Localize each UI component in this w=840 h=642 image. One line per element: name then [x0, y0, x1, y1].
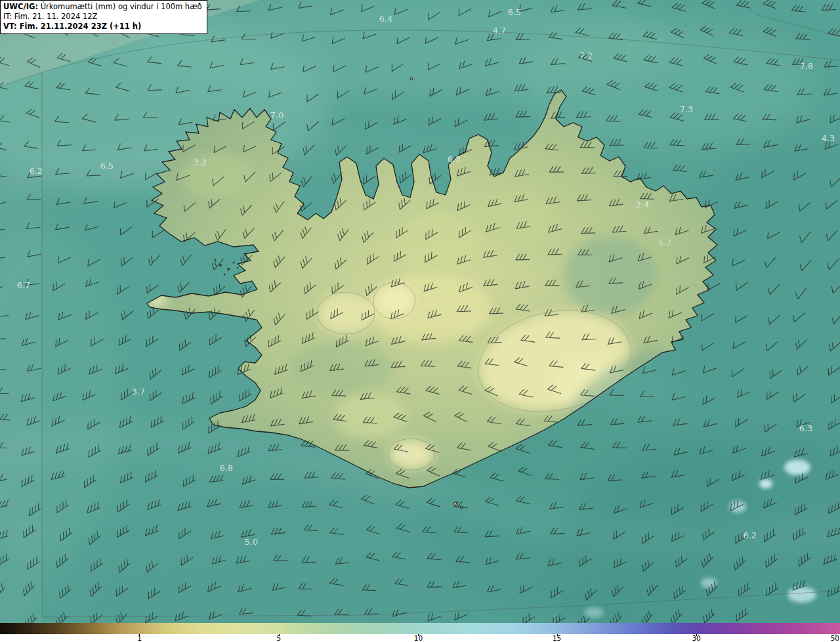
map-value-label: 5.7: [658, 238, 672, 247]
map-value-label: 3.7: [132, 387, 146, 396]
map-value-label: 4.7: [493, 26, 507, 35]
map-value-label: 5.0: [245, 537, 259, 547]
colorbar: 1510153050: [0, 623, 840, 642]
colorbar-tick-label: 30: [692, 634, 700, 642]
map-value-label: 3.2: [194, 158, 207, 167]
colorbar-gradient: [0, 623, 840, 634]
colorbar-tick-label: 15: [553, 634, 561, 642]
model-info-box: UWC/IG: Úrkomumætti (mm) og vindur í 100…: [0, 0, 207, 34]
colorbar-tick-label: 50: [831, 634, 839, 642]
map-value-label: 4.3: [822, 133, 835, 143]
map-value-label: 7.0: [270, 110, 284, 120]
map-value-label: 6.4: [379, 14, 393, 24]
map-value-label: 6.5: [100, 161, 114, 171]
init-time: IT: Fim. 21. 11. 2024 12Z: [3, 12, 202, 22]
map-value-label: 6.5: [508, 7, 522, 17]
weather-map-canvas: 6.46.54.77.27.87.34.37.06.53.26.36.22.45…: [0, 0, 840, 642]
weather-map: 6.46.54.77.27.87.34.37.06.53.26.36.22.45…: [0, 0, 840, 642]
model-name: UWC/IG:: [3, 2, 38, 11]
map-value-label: 6.7: [17, 280, 31, 290]
map-title: Úrkomumætti (mm) og vindur í 100m hæð: [41, 2, 202, 11]
map-value-label: 6.8: [220, 463, 234, 473]
map-value-label: 7.2: [579, 51, 593, 60]
map-value-label: 6.3: [448, 154, 461, 164]
colorbar-tick-label: 10: [414, 634, 423, 642]
map-value-label: 6.2: [30, 166, 43, 176]
domain-left-strip: [0, 0, 42, 642]
map-value-label: 3.4: [400, 448, 414, 458]
title-line: UWC/IG: Úrkomumætti (mm) og vindur í 100…: [3, 2, 202, 12]
map-value-label: 6.2: [744, 530, 757, 540]
valid-time: VT: Fim. 21.11.2024 23Z (+11 h): [3, 22, 202, 32]
map-value-label: 2.4: [636, 200, 650, 209]
map-value-label: 7.8: [800, 61, 814, 71]
colorbar-tick-label: 1: [137, 634, 142, 642]
map-value-label: 6.3: [799, 423, 813, 433]
map-value-label: 7.3: [680, 104, 694, 114]
colorbar-tick-label: 5: [277, 634, 282, 642]
